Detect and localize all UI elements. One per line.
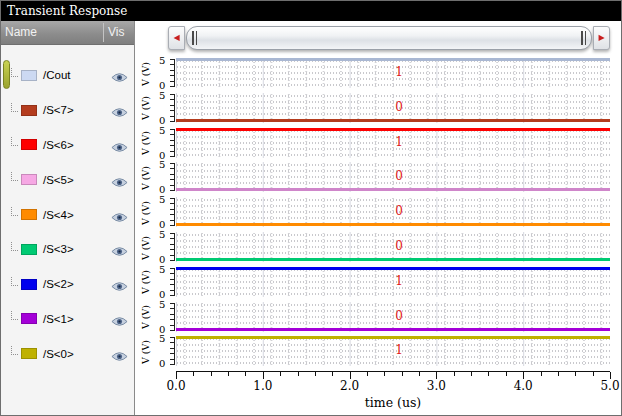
y-axis-label: V (V)	[140, 55, 151, 93]
tree-branch-icon	[11, 137, 18, 146]
x-tick-label: 4.0	[514, 379, 533, 393]
waveform-strip: V (V)500	[135, 302, 622, 333]
eye-icon[interactable]	[111, 313, 129, 325]
scroll-right-arrow-icon: ▶	[598, 34, 604, 42]
signal-color-swatch	[21, 139, 37, 150]
signal-row[interactable]: /Cout	[1, 58, 135, 93]
y-axis-label: V (V)	[140, 333, 151, 371]
y-axis-ticks	[170, 94, 175, 122]
x-minor-tick	[332, 372, 333, 376]
y-tick-5: 5	[159, 159, 165, 170]
waveform-plot-panel: ◀ ▶ V (V)501V (V)500V (V)501V (V)500V (V…	[135, 21, 622, 416]
waveform-trace	[176, 58, 610, 61]
signal-color-swatch	[21, 70, 37, 81]
waveform-strip: V (V)501	[135, 58, 622, 89]
window-title-bar: Transient Response	[1, 1, 622, 21]
window-title: Transient Response	[7, 4, 127, 18]
x-tick-label: 1.0	[253, 379, 272, 393]
x-major-tick	[350, 372, 351, 379]
signal-name: /S<0>	[43, 348, 74, 360]
x-minor-tick	[384, 372, 385, 376]
waveform-trace	[176, 328, 610, 331]
signal-row[interactable]: /S<2>	[1, 267, 135, 302]
column-divider[interactable]	[103, 23, 104, 42]
signal-color-swatch	[21, 279, 37, 290]
eye-icon[interactable]	[111, 104, 129, 116]
y-axis-label: V (V)	[140, 298, 151, 336]
waveform-strip: V (V)500	[135, 232, 622, 263]
scroll-left-button[interactable]: ◀	[168, 26, 185, 50]
horizontal-scrollbar[interactable]: ◀ ▶	[168, 26, 610, 50]
signal-color-swatch	[21, 105, 37, 116]
signal-row[interactable]: /S<1>	[1, 302, 135, 337]
thumb-right-grip-icon[interactable]	[581, 31, 586, 45]
digital-value-annotation: 0	[387, 204, 411, 218]
waveform-trace	[176, 188, 610, 191]
y-axis-label: V (V)	[140, 194, 151, 232]
column-header-name[interactable]: Name	[5, 25, 37, 39]
signal-name: /S<4>	[43, 209, 74, 221]
signal-row[interactable]: /S<5>	[1, 162, 135, 197]
scroll-right-button[interactable]: ▶	[593, 26, 610, 50]
x-major-tick	[610, 372, 611, 379]
eye-icon[interactable]	[111, 243, 129, 255]
y-axis-ticks	[170, 129, 175, 157]
scrollbar-thumb[interactable]	[186, 26, 592, 50]
y-axis-ticks	[170, 337, 175, 365]
waveform-trace	[176, 223, 610, 226]
waveform-strip: V (V)501	[135, 267, 622, 298]
y-axis-ticks	[170, 268, 175, 296]
y-axis-label: V (V)	[140, 229, 151, 267]
signal-row[interactable]: /S<3>	[1, 232, 135, 267]
signal-color-swatch	[21, 244, 37, 255]
eye-icon[interactable]	[111, 209, 129, 221]
x-tick-label: 2.0	[340, 379, 359, 393]
column-header-vis[interactable]: Vis	[108, 25, 124, 39]
digital-value-annotation: 0	[387, 169, 411, 183]
y-tick-5: 5	[159, 229, 165, 240]
signal-color-swatch	[21, 174, 37, 185]
signal-row[interactable]: /S<7>	[1, 93, 135, 128]
eye-icon[interactable]	[111, 174, 129, 186]
waveform-viewer-window: Transient Response Name Vis /Cout/S<7>/S…	[0, 0, 622, 416]
signal-name: /S<5>	[43, 174, 74, 186]
eye-icon[interactable]	[111, 278, 129, 290]
x-tick-label: 0.0	[166, 379, 185, 393]
x-minor-tick	[471, 372, 472, 376]
x-minor-tick	[419, 372, 420, 376]
signal-row[interactable]: /S<4>	[1, 197, 135, 232]
x-minor-tick	[558, 372, 559, 376]
x-major-tick	[523, 372, 524, 379]
waveform-strip: V (V)501	[135, 128, 622, 159]
y-tick-5: 5	[159, 55, 165, 66]
eye-icon[interactable]	[111, 69, 129, 81]
signal-name: /Cout	[43, 69, 71, 81]
x-minor-tick	[593, 372, 594, 376]
waveform-trace	[176, 258, 610, 261]
waveform-trace	[176, 119, 610, 122]
x-minor-tick	[575, 372, 576, 376]
x-minor-tick	[315, 372, 316, 376]
x-axis-title: time (us)	[176, 395, 610, 410]
y-axis-label: V (V)	[140, 124, 151, 162]
x-major-tick	[436, 372, 437, 379]
signal-name: /S<6>	[43, 139, 74, 151]
signal-row[interactable]: /S<6>	[1, 128, 135, 163]
eye-icon[interactable]	[111, 139, 129, 151]
x-minor-tick	[280, 372, 281, 376]
waveform-strip: V (V)501	[135, 336, 622, 367]
digital-value-annotation: 0	[387, 309, 411, 323]
waveform-strip: V (V)500	[135, 162, 622, 193]
signal-row[interactable]: /S<0>	[1, 336, 135, 371]
signal-color-swatch	[21, 313, 37, 324]
tree-branch-icon	[11, 68, 18, 77]
signal-color-swatch	[21, 209, 37, 220]
x-minor-tick	[367, 372, 368, 376]
x-minor-tick	[541, 372, 542, 376]
eye-icon[interactable]	[111, 348, 129, 360]
y-axis-ticks	[170, 303, 175, 331]
thumb-left-grip-icon[interactable]	[192, 31, 197, 45]
x-minor-tick	[506, 372, 507, 376]
tree-branch-icon	[11, 103, 18, 112]
x-major-tick	[176, 372, 177, 379]
